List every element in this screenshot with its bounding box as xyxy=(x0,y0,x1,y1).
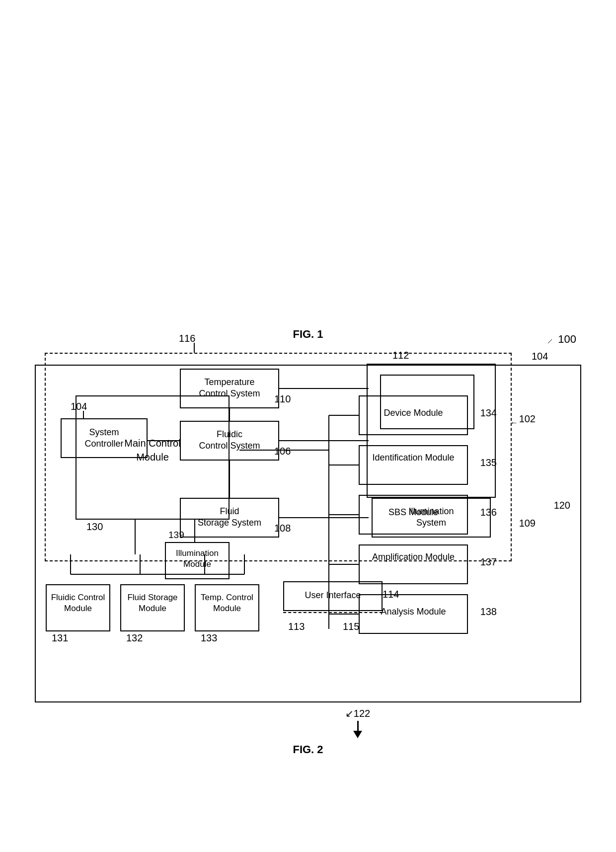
fluid-storage-module-box: Fluid Storage Module 132 xyxy=(120,584,185,631)
fig1-label-116: 116 xyxy=(179,333,195,344)
sbs-module-box: SBS Module 136 xyxy=(359,495,468,535)
fig2-label-137: 137 xyxy=(480,555,497,568)
main-control-box: Main ControlModule 130 xyxy=(76,395,230,520)
fig2-outer-box: Main ControlModule 130 Device Module 134… xyxy=(35,365,581,702)
fig2-arrow-shaft xyxy=(357,721,359,731)
identification-module-label: Identification Module xyxy=(372,453,454,463)
fig2-label-120: 120 xyxy=(554,500,570,511)
fig1-caption: FIG. 1 xyxy=(35,328,581,341)
fig2-label-133: 133 xyxy=(201,631,217,644)
fluidic-control-module-box: Fluidic Control Module 131 xyxy=(46,584,110,631)
analysis-module-label: Analysis Module xyxy=(381,607,446,617)
fig2-label-138: 138 xyxy=(480,605,497,618)
amplification-module-box: Amplification Module 137 xyxy=(359,544,468,584)
fig2-wrapper: 104 xyxy=(10,351,606,756)
fig2-label-122: ↙122 xyxy=(345,707,370,719)
fig2-label-131: 131 xyxy=(52,631,68,644)
identification-module-box: Identification Module 135 xyxy=(359,445,468,485)
fig2-label-134: 134 xyxy=(480,406,497,419)
fig2-label-136: 136 xyxy=(480,506,497,519)
fig2-label-139: 139 xyxy=(168,529,184,542)
fig2-label-132: 132 xyxy=(126,631,143,644)
fig2-label-135: 135 xyxy=(480,456,497,469)
fig1-label-100: 100 xyxy=(558,333,576,346)
fig1-container: 100 ⟋ 116 102 ← SystemController 104 Tem… xyxy=(35,328,581,341)
temp-control-module-box: Temp. Control Module 133 xyxy=(195,584,259,631)
temp-control-module-label: Temp. Control Module xyxy=(201,593,253,613)
amplification-module-label: Amplification Module xyxy=(372,552,455,562)
fig2-arrow-container: ↙122 xyxy=(109,707,606,738)
fluidic-control-module-label: Fluidic Control Module xyxy=(51,593,105,613)
fig2-caption: FIG. 2 xyxy=(10,743,606,756)
analysis-module-box: Analysis Module 138 xyxy=(359,594,468,634)
sbs-module-label: SBS Module xyxy=(388,507,438,517)
fig2-arrow-head xyxy=(353,731,362,738)
fig1-arrow-100: ⟋ xyxy=(546,337,554,346)
fluid-storage-module-label: Fluid Storage Module xyxy=(127,593,177,613)
device-module-label: Device Module xyxy=(384,408,443,418)
main-control-label: Main ControlModule xyxy=(124,438,180,463)
page: 100 ⟋ 116 102 ← SystemController 104 Tem… xyxy=(0,0,616,852)
fig2-label-104-outer: 104 xyxy=(532,351,606,362)
illumination-module-label: Illumination Module xyxy=(176,548,219,569)
fig2-label-104: 104 xyxy=(532,351,548,362)
illumination-module-box: Illumination Module 139 xyxy=(165,542,230,579)
device-module-box: Device Module 134 xyxy=(359,395,468,435)
fig2-label-130: 130 xyxy=(86,520,103,534)
